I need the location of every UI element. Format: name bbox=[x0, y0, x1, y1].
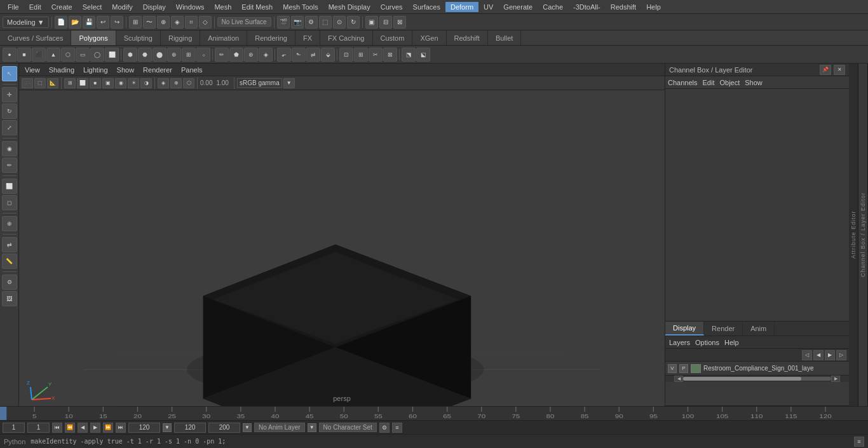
cube-icon-btn[interactable]: ■ bbox=[17, 48, 31, 62]
snap-custom-btn[interactable]: ◇ bbox=[199, 16, 212, 29]
ao-btn[interactable]: ◉ bbox=[115, 78, 126, 88]
bevel-btn[interactable]: ⬤ bbox=[153, 48, 166, 62]
menu-edit-mesh[interactable]: Edit Mesh bbox=[236, 2, 278, 12]
sculpt-btn[interactable]: ⊛ bbox=[244, 48, 258, 62]
mirror-btn[interactable]: ⬔ bbox=[402, 48, 416, 62]
disk-icon-btn[interactable]: ◯ bbox=[90, 48, 104, 62]
render-settings-btn[interactable]: ⚙ bbox=[305, 16, 318, 29]
anim-layer-dropdown-btn[interactable]: ▼ bbox=[308, 423, 316, 432]
uv-cut-btn[interactable]: ✂ bbox=[369, 48, 383, 62]
layer-last-btn[interactable]: ▷ bbox=[836, 350, 846, 360]
uv-sew-btn[interactable]: ⊠ bbox=[383, 48, 397, 62]
attribute-editor-label[interactable]: Attribute Editor bbox=[849, 64, 858, 406]
menu-select[interactable]: Select bbox=[78, 2, 107, 12]
insert-edge-btn[interactable]: ⬐ bbox=[277, 48, 291, 62]
tab-rigging[interactable]: Rigging bbox=[161, 31, 200, 45]
menu-file[interactable]: File bbox=[3, 2, 24, 12]
menu-display[interactable]: Display bbox=[138, 2, 171, 12]
tab-display[interactable]: Display bbox=[665, 322, 704, 336]
no-char-set-btn[interactable]: No Character Set bbox=[319, 423, 377, 432]
range-type-btn[interactable]: ▼ bbox=[163, 423, 172, 432]
lasso-tool-btn[interactable]: ◻ bbox=[2, 195, 17, 210]
cb-object-menu[interactable]: Object bbox=[719, 79, 740, 86]
layer-scroll-left[interactable]: ◀ bbox=[674, 376, 683, 382]
torus-icon-btn[interactable]: ⬡ bbox=[61, 48, 75, 62]
uv-layout-btn[interactable]: ⊞ bbox=[354, 48, 368, 62]
vp-menu-shading[interactable]: Shading bbox=[46, 66, 78, 74]
paint-btn[interactable]: ⬟ bbox=[229, 48, 243, 62]
gamma-selector[interactable]: sRGB gamma bbox=[237, 78, 282, 88]
tab-render[interactable]: Render bbox=[704, 322, 743, 336]
cone-icon-btn[interactable]: ▲ bbox=[46, 48, 60, 62]
layers-menu-layers[interactable]: Layers bbox=[669, 339, 690, 346]
pipe-icon-btn[interactable]: ⬜ bbox=[105, 48, 119, 62]
cb-show-menu[interactable]: Show bbox=[745, 79, 763, 86]
play-forward-btn[interactable]: ▶ bbox=[90, 423, 100, 433]
layer-scrollbar-track[interactable] bbox=[683, 377, 831, 381]
menu-mesh-tools[interactable]: Mesh Tools bbox=[278, 2, 323, 12]
extrude-btn[interactable]: ⬢ bbox=[123, 48, 137, 62]
step-forward-btn[interactable]: ⏩ bbox=[103, 423, 113, 433]
plane-icon-btn[interactable]: ▭ bbox=[76, 48, 90, 62]
gamma-arrow-btn[interactable]: ▼ bbox=[283, 78, 295, 88]
menu-mesh-display[interactable]: Mesh Display bbox=[323, 2, 376, 12]
shadows-btn[interactable]: ◑ bbox=[140, 78, 152, 88]
lights-btn[interactable]: ☀ bbox=[128, 78, 139, 88]
current-frame-input[interactable] bbox=[3, 423, 25, 433]
grid-btn[interactable]: ⊞ bbox=[64, 78, 76, 88]
isolate-select-btn[interactable]: ⬡ bbox=[183, 78, 194, 88]
tab-bullet[interactable]: Bullet bbox=[488, 31, 522, 45]
snap-grid-btn[interactable]: ⊞ bbox=[129, 16, 142, 29]
menu-surfaces[interactable]: Surfaces bbox=[408, 2, 445, 12]
paint-weights-btn[interactable]: ✏ bbox=[2, 158, 17, 173]
flip-btn[interactable]: ⇌ bbox=[306, 48, 320, 62]
transform-rotate-btn[interactable]: ↻ bbox=[2, 104, 17, 119]
layers-menu-help[interactable]: Help bbox=[724, 339, 739, 346]
camera-ortho-btn[interactable]: 🎥 bbox=[22, 78, 33, 88]
measure-btn[interactable]: 📏 bbox=[2, 254, 17, 269]
layer-visible-btn[interactable]: V bbox=[668, 364, 677, 373]
channel-box-pin-btn[interactable]: 📌 bbox=[820, 65, 831, 75]
tab-fx[interactable]: FX bbox=[295, 31, 320, 45]
char-set-extra-btn[interactable]: ≡ bbox=[392, 423, 402, 433]
wireframe-btn[interactable]: ⬜ bbox=[77, 78, 88, 88]
cb-channels-menu[interactable]: Channels bbox=[668, 79, 697, 86]
layout-btn-3[interactable]: ⊠ bbox=[393, 16, 406, 29]
snap-curve-btn[interactable]: 〜 bbox=[143, 16, 156, 29]
no-live-surface-btn[interactable]: No Live Surface bbox=[217, 17, 271, 27]
save-file-btn[interactable]: 💾 bbox=[83, 16, 95, 29]
tab-rendering[interactable]: Rendering bbox=[247, 31, 295, 45]
tab-animation[interactable]: Animation bbox=[200, 31, 247, 45]
sphere-icon-btn[interactable]: ● bbox=[3, 48, 17, 62]
tab-anim[interactable]: Anim bbox=[743, 322, 775, 336]
tab-redshift[interactable]: Redshift bbox=[447, 31, 488, 45]
smooth-preview-btn[interactable]: ⊕ bbox=[170, 78, 182, 88]
max-type-btn[interactable]: ▼ bbox=[243, 423, 252, 432]
smooth-btn[interactable]: ◈ bbox=[259, 48, 273, 62]
go-to-start-btn[interactable]: ⏮ bbox=[52, 423, 62, 433]
undo-btn[interactable]: ↩ bbox=[97, 16, 109, 29]
layer-prev-btn[interactable]: ◀ bbox=[813, 350, 824, 360]
fill-hole-btn[interactable]: ⬙ bbox=[321, 48, 335, 62]
menu-edit[interactable]: Edit bbox=[24, 2, 46, 12]
boolean-btn[interactable]: ⊕ bbox=[167, 48, 181, 62]
textured-btn[interactable]: ▣ bbox=[102, 78, 114, 88]
layer-scroll-right[interactable]: ▶ bbox=[831, 376, 840, 382]
new-file-btn[interactable]: 📄 bbox=[55, 16, 67, 29]
open-file-btn[interactable]: 📂 bbox=[69, 16, 81, 29]
camera-btn[interactable]: ⊙ bbox=[333, 16, 346, 29]
select-tool-btn[interactable]: ↖ bbox=[2, 66, 17, 81]
offset-edge-btn[interactable]: ⬑ bbox=[292, 48, 306, 62]
shaded-btn[interactable]: ■ bbox=[90, 78, 101, 88]
vp-menu-lighting[interactable]: Lighting bbox=[80, 66, 111, 74]
tab-xgen[interactable]: XGen bbox=[412, 31, 446, 45]
snap-together-btn[interactable]: ⇄ bbox=[2, 237, 17, 252]
menu-create[interactable]: Create bbox=[46, 2, 78, 12]
bridge-btn[interactable]: ⬣ bbox=[138, 48, 152, 62]
tab-sculpting[interactable]: Sculpting bbox=[116, 31, 161, 45]
script-editor-btn[interactable]: ≡ bbox=[854, 437, 864, 447]
snap-surface-btn[interactable]: ◈ bbox=[171, 16, 184, 29]
xray-btn[interactable]: ◈ bbox=[158, 78, 169, 88]
tab-fx-caching[interactable]: FX Caching bbox=[320, 31, 372, 45]
lasso-select-btn[interactable]: ⬜ bbox=[2, 179, 17, 194]
